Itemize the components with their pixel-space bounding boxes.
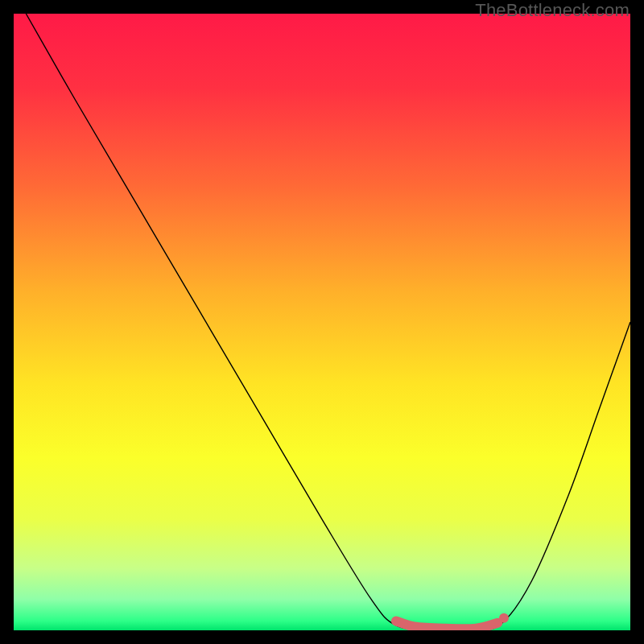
gradient-background [14, 14, 630, 630]
chart-frame [14, 14, 630, 630]
watermark-text: TheBottleneck.com [475, 0, 630, 21]
bottleneck-chart [14, 14, 630, 630]
recommended-range-end-dot [499, 613, 509, 623]
